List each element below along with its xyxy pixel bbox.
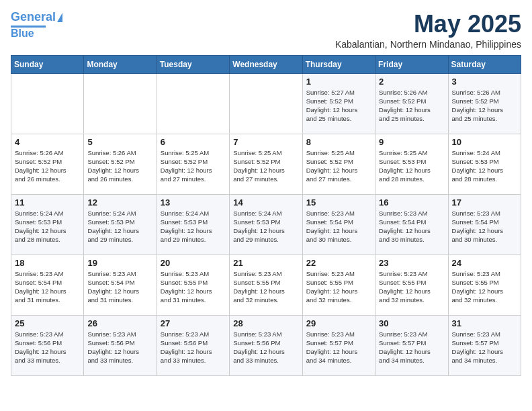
day-info: Sunrise: 5:24 AM Sunset: 5:53 PM Dayligh…: [15, 209, 80, 244]
calendar-cell: 23Sunrise: 5:23 AM Sunset: 5:55 PM Dayli…: [375, 255, 448, 315]
day-info: Sunrise: 5:24 AM Sunset: 5:53 PM Dayligh…: [452, 148, 517, 184]
day-info: Sunrise: 5:23 AM Sunset: 5:55 PM Dayligh…: [306, 269, 371, 305]
calendar-cell: 29Sunrise: 5:23 AM Sunset: 5:57 PM Dayli…: [302, 315, 375, 375]
logo-text: General: [11, 11, 56, 24]
day-info: Sunrise: 5:23 AM Sunset: 5:57 PM Dayligh…: [306, 330, 371, 365]
day-info: Sunrise: 5:23 AM Sunset: 5:55 PM Dayligh…: [452, 269, 517, 305]
day-info: Sunrise: 5:23 AM Sunset: 5:54 PM Dayligh…: [379, 209, 444, 244]
calendar-cell: 22Sunrise: 5:23 AM Sunset: 5:55 PM Dayli…: [302, 255, 375, 315]
calendar-cell: 6Sunrise: 5:25 AM Sunset: 5:52 PM Daylig…: [157, 134, 229, 194]
day-info: Sunrise: 5:26 AM Sunset: 5:52 PM Dayligh…: [379, 88, 444, 124]
day-info: Sunrise: 5:23 AM Sunset: 5:54 PM Dayligh…: [452, 209, 517, 244]
day-info: Sunrise: 5:23 AM Sunset: 5:55 PM Dayligh…: [161, 269, 226, 305]
calendar-table: SundayMondayTuesdayWednesdayThursdayFrid…: [11, 55, 521, 376]
day-info: Sunrise: 5:25 AM Sunset: 5:52 PM Dayligh…: [306, 148, 371, 184]
day-info: Sunrise: 5:24 AM Sunset: 5:53 PM Dayligh…: [161, 209, 226, 244]
calendar-cell: 13Sunrise: 5:24 AM Sunset: 5:53 PM Dayli…: [157, 194, 229, 255]
day-number: 27: [161, 318, 226, 328]
day-number: 29: [306, 318, 371, 328]
calendar-cell: 12Sunrise: 5:24 AM Sunset: 5:53 PM Dayli…: [84, 194, 157, 255]
weekday-header-thursday: Thursday: [302, 55, 375, 73]
day-number: 5: [87, 137, 152, 147]
logo-blue-text: Blue: [11, 28, 34, 40]
day-number: 30: [379, 318, 444, 328]
page-header: General Blue May 2025 Kabalantian, North…: [11, 11, 521, 50]
day-info: Sunrise: 5:23 AM Sunset: 5:55 PM Dayligh…: [379, 269, 444, 305]
day-number: 22: [306, 258, 371, 268]
logo-triangle-icon: [57, 13, 62, 22]
weekday-header-wednesday: Wednesday: [230, 55, 302, 73]
weekday-header-monday: Monday: [84, 55, 157, 73]
calendar-cell: [84, 73, 157, 134]
weekday-header-tuesday: Tuesday: [157, 55, 229, 73]
calendar-cell: 30Sunrise: 5:23 AM Sunset: 5:57 PM Dayli…: [375, 315, 448, 375]
weekday-header-sunday: Sunday: [11, 55, 84, 73]
day-number: 18: [15, 258, 80, 268]
calendar-cell: 9Sunrise: 5:25 AM Sunset: 5:53 PM Daylig…: [375, 134, 448, 194]
day-info: Sunrise: 5:23 AM Sunset: 5:57 PM Dayligh…: [452, 330, 517, 365]
day-number: 17: [452, 197, 517, 208]
day-number: 25: [15, 318, 80, 328]
weekday-header-saturday: Saturday: [448, 55, 521, 73]
day-info: Sunrise: 5:23 AM Sunset: 5:55 PM Dayligh…: [233, 269, 298, 305]
calendar-cell: [11, 73, 84, 134]
month-title: May 2025: [335, 11, 521, 38]
day-info: Sunrise: 5:26 AM Sunset: 5:52 PM Dayligh…: [87, 148, 152, 184]
calendar-cell: 31Sunrise: 5:23 AM Sunset: 5:57 PM Dayli…: [448, 315, 521, 375]
day-number: 9: [379, 137, 444, 147]
day-number: 1: [306, 77, 371, 87]
day-number: 6: [161, 137, 226, 147]
day-info: Sunrise: 5:23 AM Sunset: 5:56 PM Dayligh…: [15, 330, 80, 365]
calendar-cell: 25Sunrise: 5:23 AM Sunset: 5:56 PM Dayli…: [11, 315, 84, 375]
day-info: Sunrise: 5:23 AM Sunset: 5:57 PM Dayligh…: [379, 330, 444, 365]
day-info: Sunrise: 5:23 AM Sunset: 5:54 PM Dayligh…: [306, 209, 371, 244]
calendar-cell: 27Sunrise: 5:23 AM Sunset: 5:56 PM Dayli…: [157, 315, 229, 375]
day-number: 10: [452, 137, 517, 147]
day-number: 28: [233, 318, 298, 328]
calendar-cell: 26Sunrise: 5:23 AM Sunset: 5:56 PM Dayli…: [84, 315, 157, 375]
day-number: 13: [161, 197, 226, 208]
calendar-cell: 21Sunrise: 5:23 AM Sunset: 5:55 PM Dayli…: [230, 255, 302, 315]
day-number: 19: [87, 258, 152, 268]
calendar-cell: 1Sunrise: 5:27 AM Sunset: 5:52 PM Daylig…: [302, 73, 375, 134]
calendar-cell: 10Sunrise: 5:24 AM Sunset: 5:53 PM Dayli…: [448, 134, 521, 194]
day-info: Sunrise: 5:23 AM Sunset: 5:54 PM Dayligh…: [87, 269, 152, 305]
day-number: 7: [233, 137, 298, 147]
calendar-cell: 7Sunrise: 5:25 AM Sunset: 5:52 PM Daylig…: [230, 134, 302, 194]
day-number: 8: [306, 137, 371, 147]
calendar-cell: [157, 73, 229, 134]
calendar-cell: 14Sunrise: 5:24 AM Sunset: 5:53 PM Dayli…: [230, 194, 302, 255]
day-info: Sunrise: 5:23 AM Sunset: 5:54 PM Dayligh…: [15, 269, 80, 305]
day-number: 14: [233, 197, 298, 208]
day-number: 16: [379, 197, 444, 208]
day-number: 11: [15, 197, 80, 208]
calendar-cell: [230, 73, 302, 134]
location-text: Kabalantian, Northern Mindanao, Philippi…: [335, 39, 521, 50]
calendar-cell: 4Sunrise: 5:26 AM Sunset: 5:52 PM Daylig…: [11, 134, 84, 194]
calendar-cell: 8Sunrise: 5:25 AM Sunset: 5:52 PM Daylig…: [302, 134, 375, 194]
day-info: Sunrise: 5:25 AM Sunset: 5:52 PM Dayligh…: [233, 148, 298, 184]
weekday-header-friday: Friday: [375, 55, 448, 73]
day-info: Sunrise: 5:26 AM Sunset: 5:52 PM Dayligh…: [15, 148, 80, 184]
calendar-cell: 16Sunrise: 5:23 AM Sunset: 5:54 PM Dayli…: [375, 194, 448, 255]
day-info: Sunrise: 5:25 AM Sunset: 5:53 PM Dayligh…: [379, 148, 444, 184]
calendar-cell: 2Sunrise: 5:26 AM Sunset: 5:52 PM Daylig…: [375, 73, 448, 134]
day-number: 24: [452, 258, 517, 268]
day-info: Sunrise: 5:23 AM Sunset: 5:56 PM Dayligh…: [87, 330, 152, 365]
day-info: Sunrise: 5:25 AM Sunset: 5:52 PM Dayligh…: [161, 148, 226, 184]
calendar-cell: 17Sunrise: 5:23 AM Sunset: 5:54 PM Dayli…: [448, 194, 521, 255]
day-number: 26: [87, 318, 152, 328]
day-info: Sunrise: 5:23 AM Sunset: 5:56 PM Dayligh…: [161, 330, 226, 365]
day-info: Sunrise: 5:24 AM Sunset: 5:53 PM Dayligh…: [233, 209, 298, 244]
logo: General Blue: [11, 11, 62, 39]
calendar-cell: 24Sunrise: 5:23 AM Sunset: 5:55 PM Dayli…: [448, 255, 521, 315]
calendar-cell: 3Sunrise: 5:26 AM Sunset: 5:52 PM Daylig…: [448, 73, 521, 134]
day-number: 15: [306, 197, 371, 208]
day-number: 21: [233, 258, 298, 268]
calendar-cell: 18Sunrise: 5:23 AM Sunset: 5:54 PM Dayli…: [11, 255, 84, 315]
calendar-cell: 15Sunrise: 5:23 AM Sunset: 5:54 PM Dayli…: [302, 194, 375, 255]
day-number: 12: [87, 197, 152, 208]
day-number: 4: [15, 137, 80, 147]
day-info: Sunrise: 5:23 AM Sunset: 5:56 PM Dayligh…: [233, 330, 298, 365]
calendar-cell: 19Sunrise: 5:23 AM Sunset: 5:54 PM Dayli…: [84, 255, 157, 315]
